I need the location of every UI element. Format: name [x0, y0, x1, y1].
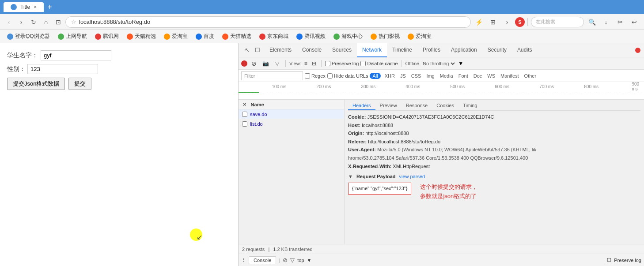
tab-close-button[interactable]: × [34, 4, 37, 10]
gender-input[interactable] [27, 64, 98, 74]
bottom-funnel-icon[interactable]: ▽ [290, 257, 295, 263]
detail-tab-response[interactable]: Response [402, 101, 432, 110]
bottom-dropdown-icon[interactable]: ▼ [307, 258, 312, 263]
tab-audits[interactable]: Audits [512, 43, 537, 57]
bookmark-qqbrowser[interactable]: 登录QQ浏览器 [4, 32, 53, 41]
filter-css-button[interactable]: CSS [409, 73, 424, 79]
new-tab-button[interactable]: + [44, 3, 56, 12]
bookmark-tmall2[interactable]: 天猫精选 [219, 32, 255, 41]
tab-console[interactable]: Console [297, 43, 327, 57]
tab-network[interactable]: Network [357, 43, 387, 57]
bookmark-txvideo[interactable]: 腾讯视频 [293, 32, 329, 41]
browser-tab[interactable]: Title × [4, 2, 44, 12]
detail-tab-cookies[interactable]: Cookies [432, 101, 458, 110]
detail-tab-preview[interactable]: Preview [375, 101, 402, 110]
bookmark-game-label: 游戏中心 [341, 33, 363, 40]
network-item-save[interactable]: save.do [239, 109, 344, 119]
disable-cache-checkbox-label[interactable]: Disable cache [360, 61, 398, 66]
name-input[interactable] [41, 50, 111, 60]
hide-data-urls-label[interactable]: Hide data URLs [327, 73, 368, 79]
view-parsed-link[interactable]: view parsed [399, 173, 425, 181]
detail-tab-headers[interactable]: Headers [348, 101, 375, 110]
filter-font-button[interactable]: Font [456, 73, 470, 79]
submit-button[interactable]: 提交 [68, 78, 91, 90]
browser-search-icon[interactable]: 🔍 [586, 16, 598, 28]
disable-cache-checkbox[interactable] [360, 61, 366, 66]
undo-icon[interactable]: ↩ [628, 16, 640, 28]
close-detail-button[interactable]: × [242, 101, 247, 108]
tab-application[interactable]: Application [446, 43, 482, 57]
download-icon[interactable]: ↓ [600, 16, 612, 28]
scissors-icon[interactable]: ✂ [614, 16, 626, 28]
bookmark-tencent[interactable]: 腾讯网 [91, 32, 122, 41]
bottom-filter-icon[interactable]: ⊘ [283, 257, 288, 263]
bookmark-aitaobao1-label: 爱淘宝 [172, 33, 188, 40]
bookmark-aitaobao2[interactable]: 爱淘宝 [404, 32, 435, 41]
throttle-select[interactable]: No throttling [421, 60, 456, 67]
payload-value: {"name":"gyf","sex":"123"} [352, 186, 407, 191]
bookmark-aitaobao2-icon [408, 34, 414, 40]
tab-profiles[interactable]: Profiles [417, 43, 446, 57]
cursor-tool-icon[interactable]: ↖ [242, 45, 252, 55]
lightning-icon[interactable]: ⚡ [473, 16, 485, 28]
network-item-list-checkbox[interactable] [242, 121, 247, 127]
refresh-button[interactable]: ↻ [28, 17, 39, 27]
offline-label: Offline [405, 61, 420, 66]
bookmark-tmall1[interactable]: 天猫精选 [123, 32, 159, 41]
bookmark-film[interactable]: 热门影视 [367, 32, 403, 41]
useragent-val2: hrome/53.0.2785.104 Safari/537.36 Core/1… [348, 155, 528, 161]
bookmark-game[interactable]: 游戏中心 [330, 32, 366, 41]
header-xreq-row: X-Requested-With: XMLHttpRequest [348, 163, 640, 171]
tab-timeline[interactable]: Timeline [387, 43, 417, 57]
detail-tabs: Headers Preview Response Cookies Timing [348, 101, 640, 111]
tab-sources[interactable]: Sources [327, 43, 357, 57]
filter-input[interactable] [241, 71, 303, 80]
bookmark-nav[interactable]: 上网导航 [54, 32, 91, 41]
bookmark-aitaobao1[interactable]: 爱淘宝 [160, 32, 191, 41]
preserve-log-checkbox[interactable] [325, 61, 330, 66]
filter-toggle-button[interactable]: ▽ [272, 59, 282, 68]
screenshot-button[interactable]: 📷 [261, 59, 270, 68]
console-button[interactable]: Console [249, 256, 276, 264]
record-button[interactable] [241, 60, 247, 67]
home-button[interactable]: ⌂ [41, 17, 51, 27]
tab-security[interactable]: Security [482, 43, 512, 57]
filter-manifest-button[interactable]: Manifest [498, 73, 521, 79]
grid-icon[interactable]: ⊞ [487, 16, 499, 28]
reader-button[interactable]: ⊡ [53, 17, 64, 27]
filter-ws-button[interactable]: WS [485, 73, 497, 79]
regex-checkbox[interactable] [305, 73, 310, 79]
forward-arrow-icon[interactable]: › [501, 16, 513, 28]
origin-key: Origin: [348, 131, 364, 136]
list-view-button[interactable]: ≡ [303, 60, 309, 67]
header-origin-row: Origin: http://localhost:8888 [348, 130, 640, 138]
search-input[interactable]: 在此搜索 [531, 17, 584, 27]
payload-toggle-icon[interactable]: ▼ [348, 173, 353, 181]
filter-xhr-button[interactable]: XHR [383, 73, 397, 79]
bookmark-baidu[interactable]: 百度 [192, 32, 218, 41]
filter-all-button[interactable]: All [370, 73, 380, 79]
filter-js-button[interactable]: JS [398, 73, 408, 79]
filter-img-button[interactable]: Img [424, 73, 436, 79]
regex-label[interactable]: Regex [305, 73, 326, 79]
bottom-dots-icon[interactable]: ⋮ [241, 257, 246, 263]
network-item-save-checkbox[interactable] [242, 112, 247, 117]
tree-view-button[interactable]: ⊟ [311, 60, 318, 67]
mobile-tool-icon[interactable]: ☐ [253, 45, 262, 55]
submit-json-button[interactable]: 提交Json格式数据 [7, 78, 65, 90]
filter-other-button[interactable]: Other [522, 73, 539, 79]
forward-button[interactable]: › [16, 17, 27, 27]
clear-button[interactable]: ⊘ [249, 59, 259, 68]
filter-doc-button[interactable]: Doc [471, 73, 485, 79]
detail-tab-timing[interactable]: Timing [458, 101, 482, 110]
network-item-list[interactable]: list.do [239, 119, 344, 129]
s-browser-icon[interactable]: S [515, 17, 525, 27]
preserve-log-checkbox-label[interactable]: Preserve log [325, 61, 359, 66]
back-button[interactable]: ‹ [4, 17, 14, 27]
hide-data-urls-checkbox[interactable] [327, 73, 333, 79]
bookmark-jd[interactable]: 京东商城 [256, 32, 292, 41]
filter-media-button[interactable]: Media [438, 73, 455, 79]
tab-elements[interactable]: Elements [264, 43, 297, 57]
address-bar[interactable]: ☆ localhost:8888/stu/toReg.do [65, 16, 471, 28]
type-filter-buttons: XHR JS CSS Img Media Font Doc WS Manifes… [383, 73, 538, 79]
